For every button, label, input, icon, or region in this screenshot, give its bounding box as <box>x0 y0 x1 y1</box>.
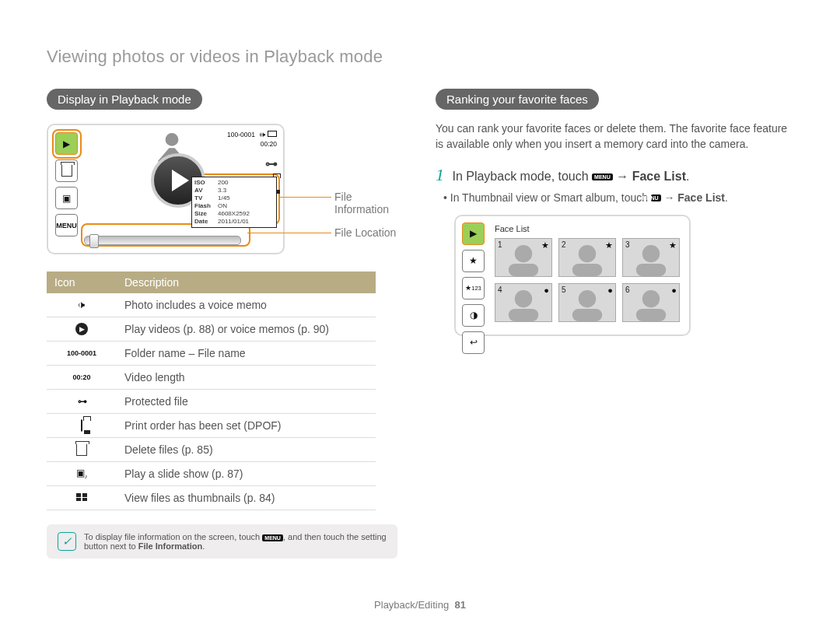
svg-point-8 <box>579 290 596 307</box>
step-1: 1 In Playback mode, touch MENU → Face Li… <box>436 165 793 185</box>
face-thumb[interactable]: 6● <box>622 283 680 322</box>
svg-rect-9 <box>572 309 602 321</box>
svg-point-10 <box>642 290 660 307</box>
svg-point-0 <box>515 245 532 262</box>
icon-description-table: IconDescription 🕩Photo includes a voice … <box>47 271 376 510</box>
playback-screen: ▶ ▣ MENU 100-0001 🕪 00:20 <box>47 124 285 254</box>
play-icon[interactable]: ▶ <box>462 222 485 245</box>
face-thumb[interactable]: 2★ <box>558 238 616 277</box>
tip-box: ✓ To display file information on the scr… <box>47 524 397 559</box>
callout-file-location: File Location <box>334 226 396 239</box>
svg-rect-7 <box>509 309 538 321</box>
svg-point-4 <box>642 245 660 262</box>
svg-point-6 <box>515 290 532 307</box>
back-icon[interactable]: ↩ <box>462 331 485 354</box>
timeline[interactable] <box>84 236 241 245</box>
facelist-screen: ▶ ★ ★123 ◑ ↩ Face List 1★ 2★ 3★ 4● 5● 6● <box>454 215 691 336</box>
face-thumb[interactable]: 5● <box>558 283 616 322</box>
printer-icon <box>47 414 117 438</box>
menu-icon: MENU <box>592 173 613 180</box>
step-1-note: • In Thumbnail view or Smart album, touc… <box>454 191 793 204</box>
facelist-label: Face List <box>495 224 530 233</box>
key-icon: ⊶ <box>47 390 117 414</box>
svg-rect-3 <box>572 264 602 276</box>
key-icon: ⊶ <box>265 156 277 171</box>
star-icon[interactable]: ★ <box>462 250 485 272</box>
menu-icon[interactable]: MENU <box>55 214 78 236</box>
page-footer: Playback/Editing 81 <box>0 599 840 611</box>
file-header: 100-0001 🕪 00:20 <box>227 131 277 149</box>
ranking-description: You can rank your favorite faces or dele… <box>436 121 793 152</box>
play-icon[interactable]: ▶ <box>55 132 78 155</box>
rank-icon[interactable]: ★123 <box>462 277 485 299</box>
svg-rect-1 <box>509 264 538 276</box>
menu-icon: MENU <box>262 534 283 541</box>
slideshow-icon[interactable]: ▣ <box>55 187 78 209</box>
section-heading-display: Display in Playback mode <box>47 89 202 110</box>
file-info-box: ISO200 AV3.3 TV1/45 FlashON Size4608X259… <box>191 177 277 228</box>
callout-file-information: File Information <box>334 191 404 215</box>
trash-icon[interactable] <box>55 159 78 182</box>
face-thumb[interactable]: 3★ <box>622 238 680 277</box>
face-thumb[interactable]: 4● <box>495 283 552 322</box>
note-icon: ✓ <box>58 532 76 551</box>
svg-point-2 <box>579 245 596 262</box>
section-heading-ranking: Ranking your favorite faces <box>436 89 599 110</box>
slideshow-icon: ▣♪ <box>47 462 117 486</box>
page-title: Viewing photos or videos in Playback mod… <box>47 47 793 67</box>
edit-icon[interactable]: ◑ <box>462 304 485 327</box>
svg-rect-5 <box>636 264 666 276</box>
menu-icon: MENU <box>651 194 661 201</box>
face-thumb[interactable]: 1★ <box>495 238 552 277</box>
svg-rect-11 <box>636 309 666 321</box>
thumbnails-icon <box>47 486 117 510</box>
trash-icon <box>47 438 117 462</box>
voice-memo-icon: 🕩 <box>47 293 117 317</box>
play-icon: ▶ <box>47 317 117 342</box>
